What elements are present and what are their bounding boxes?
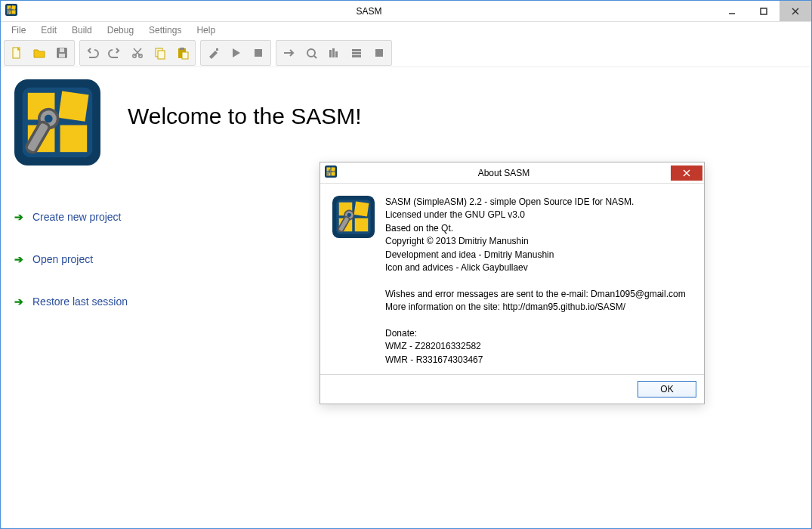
welcome-heading: Welcome to the SASM! bbox=[128, 104, 362, 129]
about-line: Development and idea - Dmitriy Manushin bbox=[385, 249, 686, 261]
svg-rect-24 bbox=[180, 48, 184, 50]
step-over-icon[interactable] bbox=[278, 42, 299, 63]
about-line: SASM (SimpleASM) 2.2 - simple Open Sourc… bbox=[385, 196, 686, 209]
open-file-icon[interactable] bbox=[29, 42, 50, 63]
link-label: Restore last session bbox=[32, 295, 128, 308]
menu-file[interactable]: File bbox=[4, 23, 33, 37]
close-button[interactable] bbox=[780, 1, 811, 21]
about-line: Based on the Qt. bbox=[385, 222, 686, 235]
svg-rect-36 bbox=[352, 55, 361, 57]
arrow-icon: ➔ bbox=[14, 211, 23, 223]
menu-settings[interactable]: Settings bbox=[141, 23, 189, 37]
content-area: Welcome to the SASM! ➔ Create new projec… bbox=[1, 67, 811, 528]
about-line bbox=[385, 274, 686, 287]
svg-point-29 bbox=[307, 49, 315, 57]
menu-help[interactable]: Help bbox=[189, 23, 223, 37]
about-line: Donate: bbox=[385, 327, 686, 340]
cut-icon[interactable] bbox=[127, 42, 148, 63]
dialog-body: SASM (SimpleASM) 2.2 - simple Open Sourc… bbox=[320, 184, 704, 374]
menu-build[interactable]: Build bbox=[64, 23, 100, 37]
svg-rect-10 bbox=[761, 8, 767, 14]
about-line bbox=[385, 314, 686, 327]
window-controls bbox=[716, 1, 811, 21]
link-label: Create new project bbox=[32, 211, 122, 223]
breakpoint-remove-icon[interactable] bbox=[346, 42, 367, 63]
toolbar-group-edit bbox=[79, 40, 196, 66]
dialog-text: SASM (SimpleASM) 2.2 - simple Open Sourc… bbox=[385, 196, 686, 367]
maximize-button[interactable] bbox=[748, 1, 780, 21]
about-line: Wishes and error messages are sent to th… bbox=[385, 288, 686, 301]
svg-rect-16 bbox=[59, 54, 65, 57]
dialog-footer: OK bbox=[320, 374, 704, 404]
step-into-icon[interactable] bbox=[301, 42, 322, 63]
stop-icon[interactable] bbox=[248, 42, 269, 63]
toolbar bbox=[1, 39, 811, 67]
about-line: WMZ - Z282016332582 bbox=[385, 340, 686, 353]
about-line: More information on the site: http://dma… bbox=[385, 301, 686, 314]
svg-rect-26 bbox=[216, 48, 218, 51]
save-file-icon[interactable] bbox=[51, 42, 73, 63]
svg-rect-31 bbox=[329, 50, 332, 57]
about-dialog: About SASM SASM (SimpleASM) 2.2 - simple… bbox=[320, 162, 705, 404]
run-icon[interactable] bbox=[225, 42, 246, 63]
dialog-title: About SASM bbox=[337, 168, 671, 178]
dialog-app-icon bbox=[325, 166, 337, 180]
arrow-icon: ➔ bbox=[14, 295, 23, 308]
svg-rect-22 bbox=[158, 51, 165, 59]
dialog-close-button[interactable] bbox=[671, 166, 702, 181]
svg-rect-15 bbox=[60, 48, 64, 52]
main-titlebar: SASM bbox=[1, 1, 811, 22]
copy-icon[interactable] bbox=[150, 42, 171, 63]
svg-rect-32 bbox=[332, 48, 335, 57]
paste-icon[interactable] bbox=[172, 42, 193, 63]
ok-button[interactable]: OK bbox=[638, 381, 696, 398]
about-line: Copyright © 2013 Dmitriy Manushin bbox=[385, 235, 686, 248]
window-title: SASM bbox=[22, 6, 716, 17]
toolbar-group-debug bbox=[276, 40, 392, 66]
link-open-project[interactable]: ➔ Open project bbox=[14, 253, 128, 265]
svg-rect-33 bbox=[335, 51, 338, 57]
svg-rect-34 bbox=[352, 49, 361, 51]
welcome-links: ➔ Create new project ➔ Open project ➔ Re… bbox=[14, 211, 128, 338]
menu-debug[interactable]: Debug bbox=[100, 23, 141, 37]
toolbar-group-build bbox=[200, 40, 271, 66]
svg-line-30 bbox=[314, 56, 316, 58]
link-label: Open project bbox=[32, 253, 93, 265]
svg-rect-35 bbox=[352, 52, 361, 54]
svg-rect-25 bbox=[182, 52, 188, 59]
about-line: Icon and advices - Alick Gaybullaev bbox=[385, 261, 686, 274]
svg-rect-37 bbox=[375, 49, 383, 57]
svg-rect-28 bbox=[255, 49, 262, 57]
new-file-icon[interactable] bbox=[6, 42, 27, 63]
redo-icon[interactable] bbox=[104, 42, 125, 63]
link-create-new-project[interactable]: ➔ Create new project bbox=[14, 211, 128, 223]
app-icon bbox=[5, 4, 17, 18]
minimize-button[interactable] bbox=[716, 1, 748, 21]
debug-stop-icon[interactable] bbox=[369, 42, 390, 63]
dialog-titlebar: About SASM bbox=[320, 162, 704, 184]
welcome-logo bbox=[14, 79, 100, 168]
menu-edit[interactable]: Edit bbox=[33, 23, 64, 37]
about-line: WMR - R331674303467 bbox=[385, 354, 686, 367]
build-icon[interactable] bbox=[202, 42, 224, 63]
undo-icon[interactable] bbox=[82, 42, 103, 63]
dialog-icon bbox=[332, 196, 375, 367]
toolbar-group-file bbox=[4, 40, 75, 66]
about-line: Licensed under the GNU GPL v3.0 bbox=[385, 209, 686, 221]
link-restore-session[interactable]: ➔ Restore last session bbox=[14, 295, 128, 308]
menubar: File Edit Build Debug Settings Help bbox=[1, 22, 811, 39]
svg-marker-27 bbox=[233, 48, 240, 57]
breakpoint-add-icon[interactable] bbox=[323, 42, 344, 63]
arrow-icon: ➔ bbox=[14, 253, 23, 265]
